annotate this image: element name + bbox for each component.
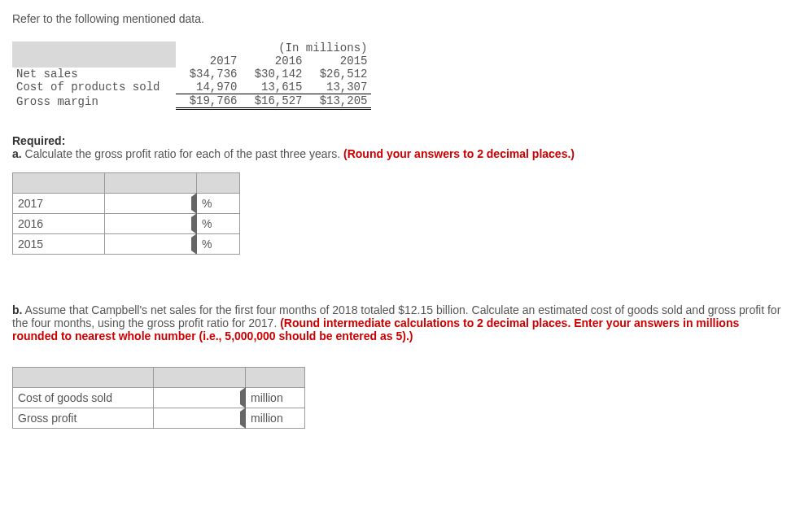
unit-cogs: million <box>246 388 305 408</box>
unit-gp: million <box>246 408 305 429</box>
row-cogs-label: Cost of goods sold <box>13 388 154 408</box>
input-2016[interactable] <box>110 216 191 231</box>
input-gp[interactable] <box>159 411 240 425</box>
row-2016-label: 2016 <box>13 214 105 234</box>
dropdown-icon[interactable] <box>191 217 197 230</box>
data-table-container: (In millions) 2017 2016 2015 Net sales $… <box>12 41 788 110</box>
header-spacer <box>12 41 176 55</box>
intro-text: Refer to the following mentioned data. <box>12 12 788 25</box>
shade-header-b3 <box>246 368 305 388</box>
input-cogs[interactable] <box>159 390 240 405</box>
dropdown-icon[interactable] <box>240 412 246 425</box>
input-gp-cell[interactable] <box>154 408 246 429</box>
unit-2015: % <box>197 234 240 255</box>
input-2017-cell[interactable] <box>105 194 197 214</box>
net-sales-2015: $26,512 <box>306 68 371 81</box>
required-heading: Required: <box>12 134 65 147</box>
shade-header-1 <box>13 173 105 194</box>
unit-2016: % <box>197 214 240 234</box>
financial-data-table: (In millions) 2017 2016 2015 Net sales $… <box>12 41 371 110</box>
cogs-2015: 13,307 <box>306 81 371 94</box>
dropdown-icon[interactable] <box>240 391 246 404</box>
net-sales-2017: $34,736 <box>176 68 241 81</box>
dropdown-icon[interactable] <box>191 238 197 251</box>
gross-margin-label: Gross margin <box>12 94 176 109</box>
input-cogs-cell[interactable] <box>154 388 246 408</box>
input-2015[interactable] <box>110 237 191 251</box>
gross-margin-2016: $16,527 <box>241 94 306 109</box>
part-a-text: Calculate the gross profit ratio for eac… <box>22 147 343 160</box>
input-2016-cell[interactable] <box>105 214 197 234</box>
cogs-label: Cost of products sold <box>12 81 176 94</box>
input-2015-cell[interactable] <box>105 234 197 255</box>
answer-table-b: Cost of goods sold million Gross profit … <box>12 367 305 429</box>
row-2015-label: 2015 <box>13 234 105 255</box>
year-2017: 2017 <box>176 55 241 68</box>
shade-header-2 <box>105 173 197 194</box>
row-2017-label: 2017 <box>13 194 105 214</box>
dropdown-icon[interactable] <box>191 197 197 210</box>
row-gp-label: Gross profit <box>13 408 154 429</box>
net-sales-label: Net sales <box>12 68 176 81</box>
shade-header-3 <box>197 173 240 194</box>
shade-header-b2 <box>154 368 246 388</box>
part-a-label: a. <box>12 147 22 160</box>
part-b-label: b. <box>12 303 22 316</box>
answer-table-a: 2017 % 2016 % 2015 % <box>12 172 240 255</box>
gross-margin-2015: $13,205 <box>306 94 371 109</box>
header-spacer-2 <box>12 55 176 68</box>
part-a-hint: (Round your answers to 2 decimal places.… <box>343 147 575 160</box>
required-section: Required: a. Calculate the gross profit … <box>12 134 788 160</box>
input-2017[interactable] <box>110 196 191 211</box>
table-header-units: (In millions) <box>176 41 371 55</box>
cogs-2016: 13,615 <box>241 81 306 94</box>
shade-header-b1 <box>13 368 154 388</box>
gross-margin-2017: $19,766 <box>176 94 241 109</box>
year-2015: 2015 <box>306 55 371 68</box>
section-b: b. Assume that Campbell's net sales for … <box>12 303 788 342</box>
unit-2017: % <box>197 194 240 214</box>
year-2016: 2016 <box>241 55 306 68</box>
net-sales-2016: $30,142 <box>241 68 306 81</box>
cogs-2017: 14,970 <box>176 81 241 94</box>
